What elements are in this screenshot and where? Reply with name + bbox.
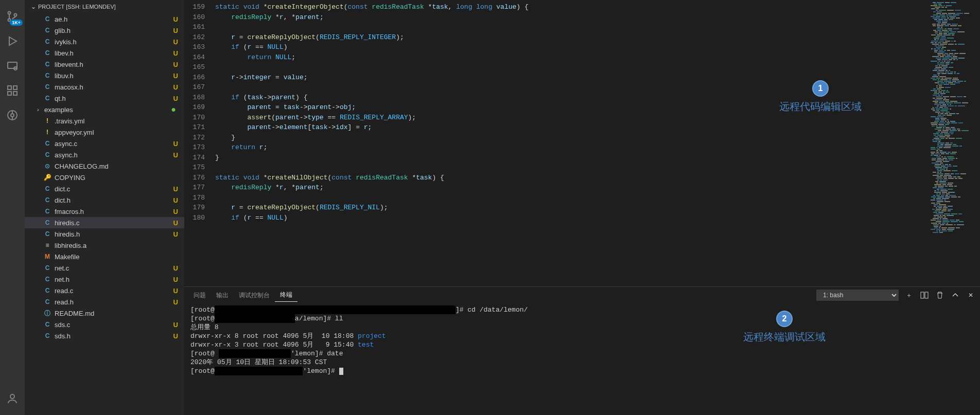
git-status: U bbox=[173, 287, 178, 295]
file-type-icon: C bbox=[43, 298, 51, 306]
svg-point-0 bbox=[8, 12, 11, 14]
file-item-ivykis.h[interactable]: Civykis.hU bbox=[25, 36, 184, 47]
file-item-qt.h[interactable]: Cqt.hU bbox=[25, 93, 184, 104]
file-item-async.c[interactable]: Casync.cU bbox=[25, 138, 184, 149]
line-gutter: 1591601611621631641651661671681691701711… bbox=[184, 0, 215, 286]
git-status: U bbox=[173, 219, 178, 227]
file-item-.travis.yml[interactable]: !.travis.yml bbox=[25, 115, 184, 127]
git-status: U bbox=[173, 276, 178, 283]
file-item-read.c[interactable]: Cread.cU bbox=[25, 285, 184, 296]
tab-output[interactable]: 输出 bbox=[211, 289, 234, 302]
svg-rect-14 bbox=[925, 292, 928, 298]
panel-tabs: 问题 输出 调试控制台 终端 1: bash ＋ ✕ bbox=[184, 287, 980, 303]
remote-explorer-icon[interactable] bbox=[0, 53, 25, 78]
file-name: dict.h bbox=[55, 196, 173, 204]
svg-rect-8 bbox=[13, 92, 17, 95]
terminal-select[interactable]: 1: bash bbox=[816, 290, 899, 301]
annotation-1: 1 远程代码编辑区域 bbox=[779, 80, 862, 114]
file-type-icon: C bbox=[43, 207, 51, 215]
project-header[interactable]: ⌄ PROJECT [SSH: LEMONDEV] bbox=[25, 0, 184, 13]
file-type-icon: C bbox=[43, 275, 51, 283]
file-item-CHANGELOG.md[interactable]: ⊙CHANGELOG.md bbox=[25, 160, 184, 172]
file-item-ae.h[interactable]: Cae.hU bbox=[25, 13, 184, 25]
file-item-net.h[interactable]: Cnet.hU bbox=[25, 274, 184, 285]
file-type-icon: C bbox=[43, 185, 51, 193]
file-type-icon: C bbox=[43, 60, 51, 68]
file-type-icon: C bbox=[43, 332, 51, 340]
code-area[interactable]: static void *createIntegerObject(const r… bbox=[215, 0, 929, 286]
file-type-icon: C bbox=[43, 26, 51, 34]
file-list[interactable]: Cae.hUCglib.hUCivykis.hUClibev.hUClibeve… bbox=[25, 13, 184, 415]
bottom-panel: 问题 输出 调试控制台 终端 1: bash ＋ ✕ [ bbox=[184, 286, 980, 415]
kill-terminal-icon[interactable] bbox=[935, 290, 945, 300]
file-type-icon: ⓘ bbox=[43, 309, 51, 317]
git-status: U bbox=[173, 140, 178, 148]
file-type-icon: C bbox=[43, 71, 51, 80]
svg-rect-7 bbox=[8, 92, 11, 95]
file-item-hiredis.h[interactable]: Chiredis.hU bbox=[25, 228, 184, 240]
new-terminal-icon[interactable]: ＋ bbox=[904, 290, 914, 300]
file-item-read.h[interactable]: Cread.hU bbox=[25, 296, 184, 308]
branch-icon[interactable]: 1K+ bbox=[0, 4, 25, 29]
file-name: libhiredis.a bbox=[55, 242, 180, 249]
run-icon[interactable] bbox=[0, 29, 25, 53]
file-item-fmacros.h[interactable]: Cfmacros.hU bbox=[25, 206, 184, 217]
file-item-sds.c[interactable]: Csds.cU bbox=[25, 319, 184, 330]
svg-rect-13 bbox=[921, 292, 924, 298]
file-name: macosx.h bbox=[55, 83, 173, 91]
file-item-dict.h[interactable]: Cdict.hU bbox=[25, 194, 184, 206]
file-name: async.h bbox=[55, 151, 173, 159]
svg-rect-9 bbox=[13, 86, 17, 89]
file-name: net.h bbox=[55, 276, 173, 283]
file-type-icon: ! bbox=[43, 128, 51, 136]
minimap[interactable] bbox=[929, 0, 980, 286]
file-item-sds.h[interactable]: Csds.hU bbox=[25, 330, 184, 341]
sidebar: ⌄ PROJECT [SSH: LEMONDEV] Cae.hUCglib.hU… bbox=[25, 0, 184, 415]
file-item-hiredis.c[interactable]: Chiredis.cU bbox=[25, 217, 184, 228]
file-type-icon: C bbox=[43, 15, 51, 23]
close-panel-icon[interactable]: ✕ bbox=[966, 290, 976, 300]
svg-rect-6 bbox=[8, 86, 11, 89]
svg-marker-3 bbox=[9, 37, 16, 45]
split-terminal-icon[interactable] bbox=[919, 290, 930, 300]
circuit-icon[interactable] bbox=[0, 103, 25, 128]
extensions-icon[interactable] bbox=[0, 78, 25, 103]
file-item-Makefile[interactable]: MMakefile bbox=[25, 251, 184, 262]
file-item-async.h[interactable]: Casync.hU bbox=[25, 149, 184, 160]
file-type-icon: C bbox=[43, 38, 51, 46]
file-item-libev.h[interactable]: Clibev.hU bbox=[25, 47, 184, 59]
maximize-panel-icon[interactable] bbox=[950, 290, 960, 300]
file-name: net.c bbox=[55, 264, 173, 272]
file-name: examples bbox=[44, 106, 171, 114]
file-item-appveyor.yml[interactable]: !appveyor.yml bbox=[25, 127, 184, 138]
file-item-dict.c[interactable]: Cdict.cU bbox=[25, 183, 184, 194]
file-name: fmacros.h bbox=[55, 208, 173, 215]
modified-dot-icon: ● bbox=[171, 105, 176, 114]
tab-problems[interactable]: 问题 bbox=[188, 289, 211, 302]
svg-rect-4 bbox=[8, 62, 17, 68]
editor[interactable]: 1591601611621631641651661671681691701711… bbox=[184, 0, 980, 286]
file-name: .travis.yml bbox=[55, 117, 180, 125]
account-icon[interactable] bbox=[0, 386, 25, 411]
git-status: U bbox=[173, 185, 178, 193]
file-item-README.md[interactable]: ⓘREADME.md bbox=[25, 308, 184, 319]
file-item-libhiredis.a[interactable]: ≡libhiredis.a bbox=[25, 240, 184, 251]
git-status: U bbox=[173, 332, 178, 340]
terminal-body[interactable]: [root@xxxxxxxxxxxxxxxxxxxxxxxxxxxxxxxxxx… bbox=[184, 303, 980, 415]
file-item-macosx.h[interactable]: Cmacosx.hU bbox=[25, 81, 184, 93]
tab-debug-console[interactable]: 调试控制台 bbox=[234, 289, 275, 302]
file-name: dict.c bbox=[55, 185, 173, 193]
tab-terminal[interactable]: 终端 bbox=[275, 288, 297, 302]
file-item-libuv.h[interactable]: Clibuv.hU bbox=[25, 70, 184, 81]
file-name: CHANGELOG.md bbox=[55, 163, 180, 170]
file-type-icon: 🔑 bbox=[43, 173, 51, 182]
file-item-glib.h[interactable]: Cglib.hU bbox=[25, 25, 184, 36]
file-type-icon: ⊙ bbox=[43, 162, 51, 170]
file-type-icon: C bbox=[43, 139, 51, 148]
file-item-COPYING[interactable]: 🔑COPYING bbox=[25, 172, 184, 183]
file-item-net.c[interactable]: Cnet.cU bbox=[25, 262, 184, 274]
file-name: async.c bbox=[55, 140, 173, 148]
file-item-libevent.h[interactable]: Clibevent.hU bbox=[25, 59, 184, 70]
annotation-badge-1: 1 bbox=[812, 80, 829, 97]
file-item-examples[interactable]: ›examples● bbox=[25, 104, 184, 115]
